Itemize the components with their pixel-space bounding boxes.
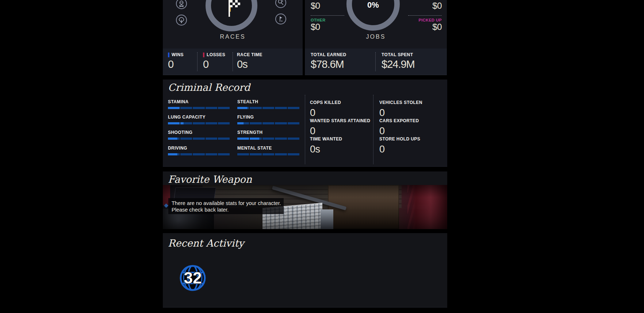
divider — [373, 95, 373, 164]
tennis-racket-icon — [275, 0, 286, 8]
skill-flying: FLYING — [237, 115, 300, 124]
total-spent-stat: TOTAL SPENT $24.9M — [382, 52, 415, 70]
jobs-stats-row: TOTAL EARNED $78.6M TOTAL SPENT $24.9M — [305, 49, 447, 75]
time-wanted-stat: TIME WANTED 0s — [310, 136, 370, 155]
races-panel: RACES WINS 0 LOSSES 0 RACE TIME 0s — [163, 0, 303, 75]
race-time-stat: RACE TIME 0s — [237, 52, 262, 70]
wins-label: WINS — [172, 52, 184, 57]
jobs-right-top-value: $0 — [408, 1, 442, 11]
checkered-flag-icon — [223, 0, 241, 18]
divider — [197, 52, 198, 71]
races-donut-area: RACES — [163, 0, 303, 49]
divider — [305, 95, 305, 164]
losses-label: LOSSES — [207, 52, 225, 57]
total-spent-value: $24.9M — [382, 58, 415, 70]
recent-activity-panel: Recent Activity 32 — [163, 233, 447, 308]
cops-killed-stat: COPS KILLED 0 — [310, 100, 370, 119]
gta-online-stats-page: RACES WINS 0 LOSSES 0 RACE TIME 0s 0% — [0, 0, 644, 313]
wins-value: 0 — [168, 58, 184, 70]
skill-mental-state: MENTAL STATE — [237, 146, 300, 155]
cars-exported-stat: CARS EXPORTED 0 — [379, 118, 440, 137]
losses-marker — [203, 53, 204, 57]
vehicles-stolen-stat: VEHICLES STOLEN 0 — [379, 100, 440, 119]
races-caption: RACES — [163, 34, 303, 40]
jobs-left-top-value: $0 — [311, 1, 344, 11]
wins-marker — [168, 53, 169, 57]
parachute-icon — [176, 15, 187, 26]
losses-value: 0 — [203, 58, 225, 70]
skill-lung-capacity: LUNG CAPACITY — [168, 115, 230, 124]
skill-strength: STRENGTH — [237, 130, 300, 140]
wanted-stars-stat: WANTED STARS ATTAINED 0 — [310, 118, 370, 137]
race-time-label: RACE TIME — [237, 52, 262, 57]
skill-stealth: STEALTH — [237, 99, 300, 109]
jobs-panel: 0% $0 OTHER $0 $0 PICKED UP $0 JOBS TOTA… — [305, 0, 447, 75]
no-stats-message-line1: There are no available stats for your ch… — [172, 200, 284, 206]
losses-stat: LOSSES 0 — [203, 52, 225, 70]
total-earned-stat: TOTAL EARNED $78.6M — [311, 52, 346, 70]
golf-flag-icon — [275, 13, 286, 24]
criminal-record-panel: Criminal Record STAMINA STEALTH LUNG CAP… — [163, 80, 447, 167]
skill-shooting: SHOOTING — [168, 130, 230, 140]
race-time-value: 0s — [237, 58, 262, 70]
total-spent-label: TOTAL SPENT — [382, 52, 413, 57]
total-earned-label: TOTAL EARNED — [311, 52, 346, 57]
favorite-weapon-image: There are no available stats for your ch… — [163, 185, 447, 229]
no-stats-message: There are no available stats for your ch… — [168, 198, 284, 214]
divider — [375, 52, 376, 71]
dotted-divider — [408, 15, 442, 16]
jobs-donut-area: 0% $0 OTHER $0 $0 PICKED UP $0 JOBS — [305, 0, 447, 49]
total-earned-value: $78.6M — [311, 58, 346, 70]
picked-up-value: $0 — [408, 22, 442, 32]
no-stats-message-line2: Please check back later. — [172, 206, 284, 213]
divider — [233, 52, 233, 71]
criminal-record-title: Criminal Record — [168, 82, 250, 93]
favorite-weapon-panel: Favorite Weapon There are no available s… — [163, 171, 447, 229]
rank-badge[interactable]: 32 — [180, 265, 206, 291]
races-stats-row: WINS 0 LOSSES 0 RACE TIME 0s — [163, 49, 303, 75]
jobs-percent: 0% — [359, 0, 388, 10]
deathmatch-skull-icon — [176, 0, 187, 9]
rank-badge-number: 32 — [184, 269, 202, 287]
favorite-weapon-title: Favorite Weapon — [168, 174, 252, 185]
skill-stamina: STAMINA — [168, 99, 230, 109]
jobs-caption: JOBS — [305, 34, 447, 40]
store-hold-ups-stat: STORE HOLD UPS 0 — [379, 136, 440, 155]
skill-driving: DRIVING — [168, 146, 230, 155]
dotted-divider — [311, 15, 344, 16]
wins-stat: WINS 0 — [168, 52, 184, 70]
recent-activity-title: Recent Activity — [168, 237, 244, 249]
other-value: $0 — [311, 22, 344, 32]
